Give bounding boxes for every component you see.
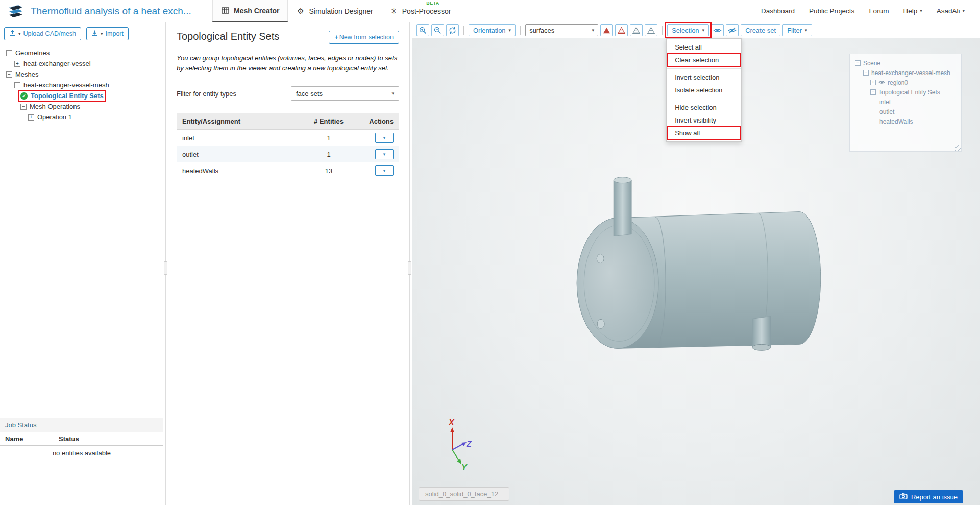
menu-item-isolate-selection[interactable]: Isolate selection: [667, 84, 741, 97]
page-title: Topological Entity Sets: [177, 31, 279, 42]
menu-divider: [667, 99, 741, 99]
mesh-wireframe-button[interactable]: [645, 24, 657, 36]
hide-part-button[interactable]: [711, 24, 724, 36]
row-actions-dropdown[interactable]: ▾: [375, 149, 394, 159]
app-logo[interactable]: [7, 3, 24, 20]
collapse-icon[interactable]: −: [20, 104, 27, 110]
show-hidden-part-button[interactable]: [726, 24, 739, 36]
tab-mesh-creator-label: Mesh Creator: [234, 7, 279, 15]
nav-dashboard[interactable]: Dashboard: [761, 7, 795, 15]
scene-tree-resize-handle[interactable]: [955, 145, 961, 151]
expand-icon[interactable]: +: [28, 114, 34, 121]
top-nav-links: Dashboard Public Projects Forum Help ▾ A…: [761, 7, 973, 15]
tree-item-mesh[interactable]: − heat-exchanger-vessel-mesh: [3, 80, 160, 90]
scene-item-mesh[interactable]: − heat-exchanger-vessel-mesh: [853, 68, 958, 78]
chevron-down-icon: ▾: [962, 9, 965, 13]
collapse-icon[interactable]: −: [863, 70, 869, 76]
zoom-in-button[interactable]: [416, 24, 429, 36]
viewer-panel: Orientation ▾ surfaces ▾: [412, 22, 980, 505]
panel-description: You can group topological entities (volu…: [177, 53, 399, 73]
collapse-icon[interactable]: −: [14, 82, 20, 88]
tab-simulation-designer[interactable]: ⚙ Simulation Designer: [288, 0, 381, 22]
row-actions-dropdown[interactable]: ▾: [375, 133, 394, 143]
orientation-button[interactable]: Orientation ▾: [469, 24, 516, 36]
chevron-down-icon: ▾: [592, 28, 595, 33]
tree-item-meshes[interactable]: − Meshes: [3, 69, 160, 80]
mesh-surface-lines-button[interactable]: [630, 24, 643, 36]
sidebar-buttons: ▾ Upload CAD/mesh ▾ Import: [0, 22, 163, 43]
project-title: Thermofluid analysis of a heat exch...: [31, 6, 194, 17]
tree-item-operation-1[interactable]: + Operation 1: [3, 112, 160, 123]
table-header: Entity/Assignment # Entities Actions: [177, 113, 399, 130]
job-name-column: Name: [5, 435, 59, 443]
expand-icon[interactable]: +: [14, 61, 20, 67]
mesh-quality-lines-button[interactable]: [615, 24, 628, 36]
mesh-quality-solid-button[interactable]: [600, 24, 613, 36]
collapse-icon[interactable]: −: [6, 50, 12, 56]
menu-item-show-all[interactable]: Show all: [667, 127, 741, 139]
menu-item-invert-selection[interactable]: Invert selection: [667, 71, 741, 84]
toolbar-separator: [662, 26, 663, 35]
nav-help[interactable]: Help ▾: [903, 7, 922, 15]
chevron-down-icon: ▾: [509, 28, 511, 33]
selection-menu-button[interactable]: Selection ▾: [667, 24, 709, 36]
tree-item-mesh-operations[interactable]: − Mesh Operations: [3, 101, 160, 112]
row-actions-dropdown[interactable]: ▾: [375, 165, 394, 176]
table-row[interactable]: heatedWalls 13 ▾: [177, 162, 399, 179]
left-sidebar: ▾ Upload CAD/mesh ▾ Import − Geometries …: [0, 22, 163, 505]
tree-item-geometry[interactable]: + heat-exchanger-vessel: [3, 58, 160, 69]
toolbar-separator: [463, 26, 464, 35]
top-bar: Thermofluid analysis of a heat exch... M…: [0, 0, 980, 22]
tree-item-geometries[interactable]: − Geometries: [3, 47, 160, 58]
beta-badge: BETA: [426, 1, 439, 6]
collapse-icon[interactable]: −: [855, 60, 861, 66]
menu-item-clear-selection[interactable]: Clear selection: [667, 54, 741, 66]
scene-item-root[interactable]: − Scene: [853, 58, 958, 68]
tab-post-processor-label: Post-Processor: [402, 7, 451, 15]
collapse-icon[interactable]: −: [6, 71, 12, 78]
scene-item-region0[interactable]: + region0: [853, 78, 958, 87]
job-status-title: Job Status: [0, 418, 163, 432]
scene-item-inlet[interactable]: inlet: [853, 97, 958, 107]
toolbar-separator: [520, 26, 521, 35]
scene-item-topological-entity-sets[interactable]: − Topological Entity Sets: [853, 87, 958, 97]
menu-item-invert-visibility[interactable]: Invert visibility: [667, 114, 741, 127]
panel-divider: [163, 22, 168, 505]
filter-button[interactable]: Filter ▾: [782, 24, 812, 36]
chevron-down-icon: ▾: [101, 32, 103, 36]
menu-item-hide-selection[interactable]: Hide selection: [667, 101, 741, 114]
menu-item-select-all[interactable]: Select all: [667, 41, 741, 54]
render-mode-select[interactable]: surfaces ▾: [525, 24, 598, 36]
nav-public-projects[interactable]: Public Projects: [809, 7, 854, 15]
entity-type-filter-select[interactable]: face sets ▾: [291, 86, 399, 101]
resize-grip[interactable]: [408, 261, 411, 275]
workbench-tabs: Mesh Creator ⚙ Simulation Designer BETA …: [212, 0, 459, 22]
expand-icon[interactable]: +: [870, 80, 876, 85]
nav-forum[interactable]: Forum: [869, 7, 889, 15]
chevron-down-icon: ▾: [920, 9, 922, 13]
tab-mesh-creator[interactable]: Mesh Creator: [212, 0, 288, 22]
selection-dropdown-menu: Select all Clear selection Invert select…: [666, 38, 742, 142]
create-set-button[interactable]: Create set: [741, 24, 780, 36]
tree-item-topological-entity-sets[interactable]: ✓ Topological Entity Sets: [20, 92, 104, 100]
reset-view-button[interactable]: [446, 24, 459, 36]
new-from-selection-button[interactable]: + New from selection: [329, 31, 399, 44]
import-button[interactable]: ▾ Import: [86, 27, 129, 40]
table-row[interactable]: outlet 1 ▾: [177, 146, 399, 162]
job-status-panel: Job Status Name Status no entities avail…: [0, 418, 163, 505]
entity-count: 1: [301, 151, 357, 158]
scene-item-outlet[interactable]: outlet: [853, 107, 958, 116]
nav-user-menu[interactable]: AsadAli ▾: [937, 7, 965, 15]
zoom-out-button[interactable]: [431, 24, 444, 36]
upload-cad-mesh-button[interactable]: ▾ Upload CAD/mesh: [4, 27, 81, 40]
tab-post-processor[interactable]: BETA ✳ Post-Processor: [381, 0, 459, 22]
import-button-label: Import: [106, 30, 124, 37]
scene-item-heatedwalls[interactable]: heatedWalls: [853, 116, 958, 126]
table-row[interactable]: inlet 1 ▾: [177, 130, 399, 146]
resize-grip[interactable]: [164, 261, 167, 275]
project-tree: − Geometries + heat-exchanger-vessel − M…: [0, 43, 163, 418]
report-issue-button[interactable]: Report an issue: [894, 490, 963, 503]
chevron-down-icon: ▾: [702, 28, 705, 33]
collapse-icon[interactable]: −: [870, 89, 876, 95]
chevron-down-icon: ▾: [383, 136, 386, 140]
